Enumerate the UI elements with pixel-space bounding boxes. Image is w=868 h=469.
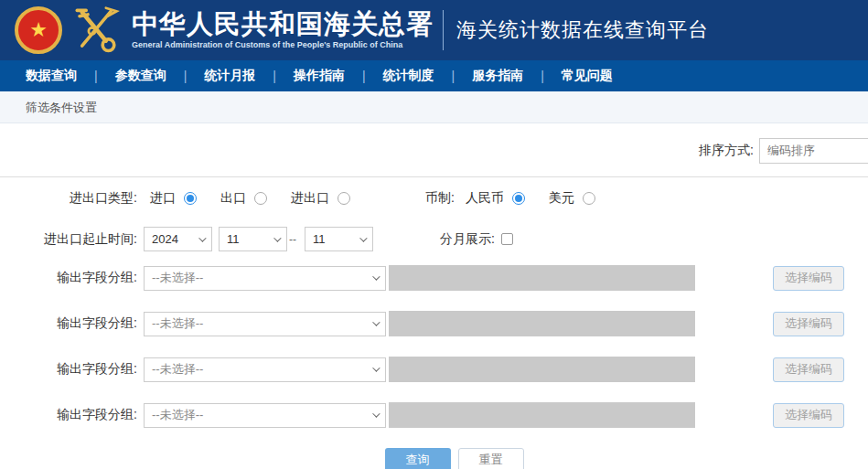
radio-icon[interactable] [338,192,350,205]
radio-import[interactable]: 进口 [150,190,197,207]
selected-codes-field-3 [389,357,695,382]
customs-emblem-icon [70,5,123,55]
time-range-label: 进出口起止时间: [0,231,137,248]
time-range-row: 进出口起止时间: 2024 11 -- 11 分月展示: [0,227,868,251]
output-group-label: 输出字段分组: [0,407,137,423]
trade-type-row: 进出口类型: 进口 出口 进出口 币制: 人民币 美元 [0,190,868,207]
nav-item-service-guide[interactable]: 服务指南 [472,68,523,84]
monthly-display-checkbox[interactable] [501,233,513,245]
sort-select[interactable]: 编码排序 [759,138,868,164]
reset-button[interactable]: 重置 [458,448,524,469]
output-group-row-3: 输出字段分组: --未选择-- 选择编码 [0,357,868,382]
output-group-select-3[interactable]: --未选择-- [144,357,386,382]
output-group-label: 输出字段分组: [0,270,137,286]
output-group-row-4: 输出字段分组: --未选择-- 选择编码 [0,402,868,428]
nav-separator: | [541,69,544,83]
site-logo[interactable]: ★ 中华人民共和国海关总署 General Administration of … [15,5,709,55]
nav-item-data-query[interactable]: 数据查询 [26,68,77,84]
org-title-block: 中华人民共和国海关总署 General Administration of Cu… [132,10,434,50]
chevron-down-icon [273,234,281,241]
chevron-down-icon [372,272,380,280]
start-month-select[interactable]: 11 [219,227,287,251]
header-divider [443,10,444,50]
output-group-row-2: 输出字段分组: --未选择-- 选择编码 [0,311,868,336]
output-group-label: 输出字段分组: [0,361,137,378]
radio-rmb[interactable]: 人民币 [466,190,525,207]
national-emblem-icon: ★ [15,6,62,54]
section-divider [0,176,868,177]
breadcrumb: 筛选条件设置 [0,91,868,123]
filter-form: 排序方式: 编码排序 进出口类型: 进口 出口 进出口 币制: 人民币 [0,138,868,469]
output-group-select-1[interactable]: --未选择-- [144,266,386,291]
start-month-value: 11 [227,232,240,246]
currency-label: 币制: [425,190,455,207]
end-month-select[interactable]: 11 [305,227,373,251]
radio-icon[interactable] [254,192,267,205]
sort-label: 排序方式: [699,143,754,159]
nav-separator: | [452,69,455,83]
sort-select-value: 编码排序 [767,143,815,159]
radio-usd[interactable]: 美元 [549,190,595,207]
nav-item-faq[interactable]: 常见问题 [562,68,613,84]
org-subtitle: General Administration of Customs of the… [132,41,434,50]
nav-item-param-query[interactable]: 参数查询 [115,68,166,84]
end-month-value: 11 [313,232,326,246]
choose-code-button-2[interactable]: 选择编码 [773,312,844,336]
nav-item-statistics-system[interactable]: 统计制度 [383,68,434,84]
range-separator: -- [289,233,296,246]
selected-codes-field-1 [389,265,695,291]
year-select[interactable]: 2024 [144,227,212,251]
output-group-select-2[interactable]: --未选择-- [144,312,386,336]
radio-export[interactable]: 出口 [220,190,267,207]
monthly-display-label: 分月展示: [440,231,495,248]
nav-item-monthly-report[interactable]: 统计月报 [204,68,255,84]
site-header: ★ 中华人民共和国海关总署 General Administration of … [0,0,868,60]
radio-import-export[interactable]: 进出口 [291,190,350,207]
org-title: 中华人民共和国海关总署 [132,10,434,39]
main-nav: 数据查询 | 参数查询 | 统计月报 | 操作指南 | 统计制度 | 服务指南 … [0,60,868,91]
radio-icon[interactable] [512,192,525,205]
platform-title: 海关统计数据在线查询平台 [456,16,709,44]
choose-code-button-3[interactable]: 选择编码 [773,357,844,382]
nav-separator: | [184,69,188,83]
output-groups: 输出字段分组: --未选择-- 选择编码 输出字段分组: --未选择-- 选择编… [0,265,868,428]
query-button[interactable]: 查询 [385,448,451,469]
chevron-down-icon [372,410,380,417]
nav-separator: | [362,69,366,83]
choose-code-button-1[interactable]: 选择编码 [773,266,844,291]
chevron-down-icon [372,364,380,371]
nav-item-operation-guide[interactable]: 操作指南 [294,68,345,84]
trade-type-label: 进出口类型: [0,190,137,207]
chevron-down-icon [198,234,206,241]
year-select-value: 2024 [152,232,178,246]
nav-separator: | [273,69,276,83]
selected-codes-field-4 [389,402,695,428]
chevron-down-icon [372,318,380,325]
radio-icon[interactable] [184,192,197,205]
choose-code-button-4[interactable]: 选择编码 [773,403,844,428]
output-group-select-4[interactable]: --未选择-- [144,403,386,428]
radio-icon[interactable] [583,192,595,205]
chevron-down-icon [359,234,367,241]
page-title: 筛选条件设置 [26,101,97,114]
sort-row: 排序方式: 编码排序 [0,138,868,164]
output-group-row-1: 输出字段分组: --未选择-- 选择编码 [0,265,868,291]
output-group-label: 输出字段分组: [0,315,137,332]
selected-codes-field-2 [389,311,695,336]
nav-separator: | [94,69,98,83]
form-actions: 查询 重置 [0,448,868,469]
